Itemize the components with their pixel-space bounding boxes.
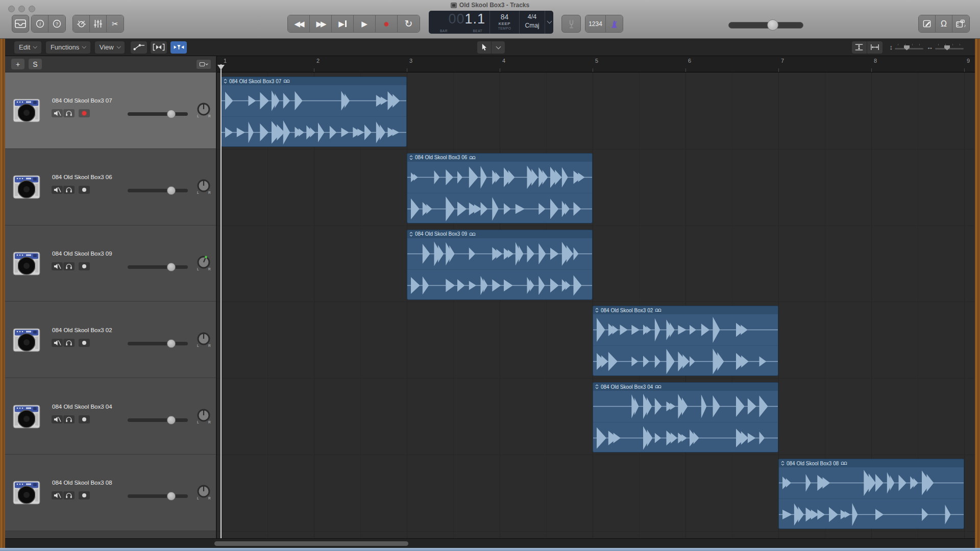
mute-button[interactable] (52, 262, 63, 270)
record-enable-button[interactable] (79, 109, 90, 117)
track-volume-knob[interactable] (167, 263, 176, 271)
goto-end-button[interactable]: ▶ (332, 15, 354, 32)
view-menu[interactable]: View (95, 41, 125, 54)
fit-horizontal-button[interactable] (867, 41, 883, 54)
track-volume-knob[interactable] (167, 186, 176, 195)
add-track-button[interactable]: + (11, 59, 24, 69)
automation-button[interactable] (131, 41, 147, 54)
track-header[interactable]: 084 Old Skool Box3 08 L R (5, 455, 216, 531)
audio-region[interactable]: 084 Old Skool Box3 07 ΩΩ (221, 77, 407, 147)
quick-help-button[interactable]: ? (48, 15, 65, 32)
track-volume-slider[interactable] (128, 189, 188, 192)
track-name[interactable]: 084 Old Skool Box3 08 (52, 480, 112, 486)
pan-knob[interactable]: L R (195, 102, 212, 119)
library-button[interactable] (12, 15, 29, 33)
lcd-dropdown[interactable] (545, 11, 553, 34)
mute-button[interactable] (52, 339, 63, 347)
track-volume-knob[interactable] (167, 492, 176, 500)
pointer-tool-button[interactable] (477, 41, 491, 54)
audio-region[interactable]: 084 Old Skool Box3 04 ΩΩ (593, 382, 778, 453)
record-enable-button[interactable] (79, 491, 90, 499)
master-volume-knob[interactable] (767, 19, 778, 31)
mute-button[interactable] (52, 491, 63, 499)
solo-button[interactable] (63, 186, 75, 194)
track-name[interactable]: 084 Old Skool Box3 07 (52, 97, 112, 104)
horizontal-scrollbar[interactable] (5, 538, 975, 548)
play-button[interactable]: ▶ (354, 15, 376, 32)
mute-button[interactable] (52, 109, 63, 117)
note-pads-button[interactable] (919, 15, 936, 32)
region-header[interactable]: 084 Old Skool Box3 04 ΩΩ (593, 383, 778, 391)
track-icon[interactable] (13, 97, 40, 123)
apple-loops-button[interactable]: Ω (936, 15, 952, 32)
audio-region[interactable]: 084 Old Skool Box3 06 ΩΩ (407, 153, 593, 223)
track-volume-knob[interactable] (167, 110, 176, 118)
record-enable-button[interactable] (79, 186, 90, 194)
region-header[interactable]: 084 Old Skool Box3 08 ΩΩ (779, 459, 964, 467)
track-name[interactable]: 084 Old Skool Box3 02 (52, 327, 112, 333)
solo-button[interactable] (63, 491, 75, 499)
rewind-button[interactable]: ◀◀ (288, 15, 310, 32)
vertical-zoom-slider[interactable] (895, 43, 923, 52)
track-volume-slider[interactable] (128, 265, 188, 269)
pan-knob[interactable]: L R (195, 408, 212, 425)
solo-button[interactable] (63, 415, 75, 423)
bar-ruler[interactable]: 123456789 (217, 56, 975, 72)
media-browser-button[interactable]: ♪ (952, 15, 969, 32)
track-icon[interactable] (13, 403, 40, 430)
track-volume-knob[interactable] (167, 339, 176, 348)
track-header[interactable]: 084 Old Skool Box3 07 L R (5, 72, 216, 149)
cycle-button[interactable]: ↻ (398, 15, 420, 32)
audio-region[interactable]: 084 Old Skool Box3 02 ΩΩ (593, 306, 778, 376)
record-enable-button[interactable] (79, 339, 90, 347)
track-icon[interactable] (13, 479, 40, 506)
region-header[interactable]: 084 Old Skool Box3 06 ΩΩ (407, 154, 592, 162)
region-header[interactable]: 084 Old Skool Box3 07 ΩΩ (222, 77, 406, 85)
pan-knob[interactable]: L R (195, 331, 212, 348)
track-icon[interactable] (13, 327, 40, 353)
track-name[interactable]: 084 Old Skool Box3 09 (52, 251, 112, 257)
track-header[interactable]: 084 Old Skool Box3 02 L R (5, 302, 216, 378)
track-icon[interactable] (13, 173, 40, 200)
track-volume-slider[interactable] (128, 418, 188, 422)
mute-button[interactable] (52, 415, 63, 423)
region-header[interactable]: 084 Old Skool Box3 02 ΩΩ (593, 306, 778, 314)
track-header[interactable]: 084 Old Skool Box3 09 L R (5, 226, 216, 302)
functions-menu[interactable]: Functions (46, 41, 90, 54)
catch-playhead-button[interactable] (170, 41, 187, 54)
flex-button[interactable] (151, 41, 167, 54)
solo-button[interactable] (63, 262, 75, 270)
pan-knob[interactable]: L R (195, 484, 212, 501)
tool-menu-button[interactable] (491, 41, 505, 54)
track-header[interactable]: 084 Old Skool Box3 04 L R (5, 378, 216, 455)
track-icon[interactable] (13, 250, 40, 277)
audio-region[interactable]: 084 Old Skool Box3 09 ΩΩ (407, 230, 593, 300)
mute-button[interactable] (52, 186, 63, 194)
record-button[interactable]: ● (376, 15, 398, 32)
master-volume-slider[interactable] (728, 22, 803, 29)
region-header[interactable]: 084 Old Skool Box3 09 ΩΩ (407, 230, 592, 238)
solo-button[interactable] (63, 339, 75, 347)
tracks-area[interactable]: 084 Old Skool Box3 07 ΩΩ 084 Old Skool B… (217, 72, 975, 538)
track-volume-slider[interactable] (128, 112, 188, 116)
track-header[interactable]: 084 Old Skool Box3 06 L R (5, 149, 216, 226)
track-volume-knob[interactable] (167, 416, 176, 424)
editors-button[interactable]: ✂ (107, 15, 124, 32)
mixer-button[interactable] (90, 15, 107, 32)
lcd-display[interactable]: 001.1 BAR BEAT 84 KEEP TEMPO 4/4 Cmaj (429, 11, 553, 34)
pan-knob[interactable]: L R (195, 178, 212, 195)
fit-vertical-button[interactable] (852, 41, 867, 54)
master-solo-button[interactable]: S (29, 59, 42, 69)
track-display-options-button[interactable] (197, 60, 211, 69)
record-enable-button[interactable] (79, 262, 90, 270)
audio-region[interactable]: 084 Old Skool Box3 08 ΩΩ (778, 459, 964, 529)
playhead-marker[interactable] (217, 65, 225, 70)
smart-controls-button[interactable] (73, 15, 90, 32)
count-in-button[interactable]: 1234 (585, 15, 606, 32)
track-volume-slider[interactable] (128, 494, 188, 498)
record-enable-button[interactable] (79, 415, 90, 423)
pan-knob[interactable]: L R (195, 255, 212, 272)
track-volume-slider[interactable] (128, 342, 188, 345)
horizontal-scrollbar-thumb[interactable] (214, 541, 408, 546)
horizontal-zoom-slider[interactable] (935, 43, 964, 52)
